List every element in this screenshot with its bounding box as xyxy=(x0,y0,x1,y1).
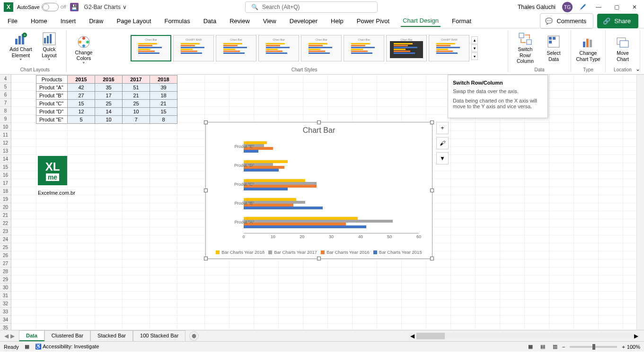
add-chart-element-button[interactable]: + Add Chart Element ˅ xyxy=(8,31,34,65)
horizontal-scrollbar[interactable]: ◀▶ xyxy=(408,333,640,339)
zoom-level[interactable]: 100% xyxy=(627,344,640,350)
quick-layout-button[interactable]: Quick Layout ˅ xyxy=(36,31,62,65)
tab-developer[interactable]: Developer xyxy=(288,16,319,26)
accessibility-status[interactable]: ♿ Accessibility: Investigate xyxy=(35,344,99,350)
row-header[interactable]: 26 xyxy=(0,251,11,259)
cells-grid[interactable]: Products2015201620172018Produt "A"423551… xyxy=(11,75,644,330)
page-break-view-button[interactable]: ▥ xyxy=(550,343,560,351)
row-header[interactable]: 30 xyxy=(0,284,11,292)
row-header[interactable]: 8 xyxy=(0,107,11,115)
chart-style-thumb[interactable]: Chart Bar xyxy=(131,35,171,61)
chart-style-thumb[interactable]: CHART BAR xyxy=(173,35,214,61)
zoom-in-button[interactable]: + xyxy=(622,344,625,350)
data-table[interactable]: Products2015201620172018Produt "A"423551… xyxy=(36,75,177,124)
row-header[interactable]: 18 xyxy=(0,187,11,195)
zoom-slider[interactable] xyxy=(570,346,617,348)
tab-file[interactable]: File xyxy=(6,16,19,26)
minimize-button[interactable]: — xyxy=(593,1,604,13)
comments-button[interactable]: 💬 Comments xyxy=(540,13,593,29)
row-header[interactable]: 20 xyxy=(0,203,11,211)
save-icon[interactable]: 💾 xyxy=(70,3,79,11)
sheet-tab[interactable]: Data xyxy=(19,330,44,341)
row-header[interactable]: 11 xyxy=(0,131,11,139)
close-button[interactable]: ✕ xyxy=(629,1,640,13)
sheet-nav[interactable]: ◀ ▶ xyxy=(0,333,19,339)
tab-power-pivot[interactable]: Power Pivot xyxy=(355,16,391,26)
row-header[interactable]: 31 xyxy=(0,292,11,300)
share-button[interactable]: 🔗 Share xyxy=(597,14,638,28)
avatar[interactable]: TG xyxy=(562,2,573,12)
chart-title[interactable]: Chart Bar xyxy=(206,126,432,135)
chart-style-thumb[interactable]: Chart Bar xyxy=(386,35,427,61)
chart-style-thumb[interactable]: Chart Bar xyxy=(344,35,384,61)
sheet-tab[interactable]: 100 Stacked Bar xyxy=(133,330,185,341)
legend-item[interactable]: Bar Charts Year 2018 xyxy=(216,250,265,255)
embedded-chart[interactable]: Chart Bar 0102030405060 Bar Charts Year … xyxy=(205,122,432,259)
row-header[interactable]: 14 xyxy=(0,155,11,163)
sheet-tab[interactable]: Clustered Bar xyxy=(44,330,90,341)
page-layout-view-button[interactable]: ▤ xyxy=(538,343,548,351)
row-header[interactable]: 28 xyxy=(0,267,11,276)
move-chart-button[interactable]: Move Chart xyxy=(609,31,636,65)
row-header[interactable]: 4 xyxy=(0,75,11,83)
row-header[interactable]: 10 xyxy=(0,123,11,131)
row-header[interactable]: 19 xyxy=(0,195,11,203)
tab-home[interactable]: Home xyxy=(29,16,49,26)
legend-item[interactable]: Bar Charts Year 2015 xyxy=(373,250,422,255)
chart-styles-button[interactable]: 🖌 xyxy=(436,137,449,149)
tab-formulas[interactable]: Formulas xyxy=(163,16,192,26)
chart-style-thumb[interactable]: Chart Bar xyxy=(216,35,256,61)
select-data-button[interactable]: Select Data xyxy=(540,31,567,65)
styles-more[interactable]: ▾ xyxy=(471,52,478,60)
row-header[interactable]: 5 xyxy=(0,83,11,91)
change-chart-type-button[interactable]: Change Chart Type xyxy=(575,31,601,65)
row-header[interactable]: 34 xyxy=(0,316,11,324)
row-header[interactable]: 32 xyxy=(0,300,11,308)
legend-item[interactable]: Bar Charts Year 2017 xyxy=(268,250,317,255)
sheet-tab[interactable]: Stacked Bar xyxy=(90,330,133,341)
row-header[interactable]: 29 xyxy=(0,276,11,284)
tab-format[interactable]: Format xyxy=(450,16,473,26)
tab-draw[interactable]: Draw xyxy=(87,16,105,26)
row-header[interactable]: 25 xyxy=(0,243,11,251)
row-header[interactable]: 24 xyxy=(0,235,11,243)
row-header[interactable]: 13 xyxy=(0,147,11,155)
vertical-scrollbar[interactable] xyxy=(636,75,644,341)
zoom-out-button[interactable]: − xyxy=(562,344,565,350)
row-header[interactable]: 33 xyxy=(0,308,11,316)
tab-chart-design[interactable]: Chart Design xyxy=(401,15,441,27)
new-sheet-button[interactable]: ⊕ xyxy=(189,331,199,341)
chart-style-thumb[interactable]: CHART BAR xyxy=(429,35,469,61)
row-header[interactable]: 23 xyxy=(0,227,11,235)
filename-dropdown[interactable]: G2-Bar Charts∨ xyxy=(84,4,127,10)
tab-data[interactable]: Data xyxy=(202,16,218,26)
ribbon-collapse-icon[interactable]: ⌄ xyxy=(635,66,640,72)
row-header[interactable]: 17 xyxy=(0,179,11,187)
autosave-toggle[interactable]: AutoSave Off xyxy=(17,3,66,11)
maximize-button[interactable]: ▢ xyxy=(611,1,622,13)
styles-up[interactable]: ▲ xyxy=(471,36,478,44)
row-header[interactable]: 7 xyxy=(0,99,11,107)
row-header[interactable]: 21 xyxy=(0,211,11,219)
row-header[interactable]: 9 xyxy=(0,115,11,123)
macro-icon[interactable]: ▦ xyxy=(25,344,29,350)
tab-review[interactable]: Review xyxy=(228,16,252,26)
row-header[interactable]: 27 xyxy=(0,259,11,267)
row-header[interactable]: 12 xyxy=(0,139,11,147)
tab-view[interactable]: View xyxy=(261,16,278,26)
row-header[interactable]: 16 xyxy=(0,171,11,179)
tab-insert[interactable]: Insert xyxy=(59,16,78,26)
chart-elements-button[interactable]: + xyxy=(436,122,449,134)
row-header[interactable]: 6 xyxy=(0,91,11,99)
tab-help[interactable]: Help xyxy=(329,16,345,26)
row-header[interactable]: 22 xyxy=(0,219,11,227)
switch-row-column-button[interactable]: Switch Row/ Column xyxy=(512,31,538,65)
chart-filters-button[interactable]: ▼ xyxy=(436,152,449,164)
styles-down[interactable]: ▼ xyxy=(471,44,478,52)
tab-page-layout[interactable]: Page Layout xyxy=(115,16,153,26)
normal-view-button[interactable]: ▦ xyxy=(525,343,536,351)
row-header[interactable]: 15 xyxy=(0,163,11,171)
legend-item[interactable]: Bar Charts Year 2016 xyxy=(321,250,370,255)
change-colors-button[interactable]: Change Colors ˅ xyxy=(71,34,97,69)
chart-style-thumb[interactable]: Chart Bar xyxy=(258,35,299,61)
